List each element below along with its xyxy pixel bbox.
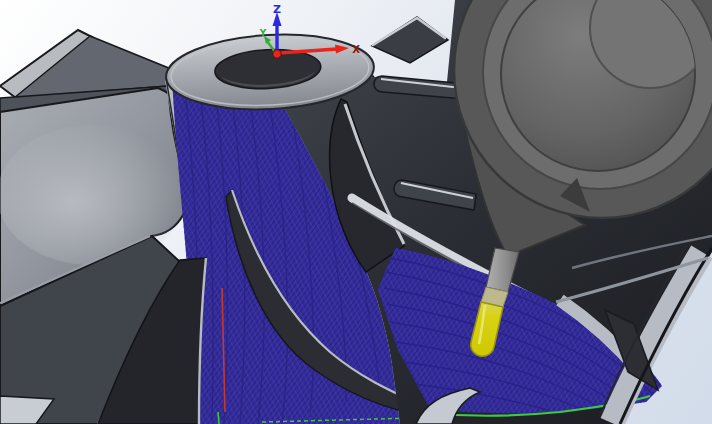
z-axis-label: Z (273, 3, 281, 16)
blade-spike (372, 17, 448, 63)
x-axis-label: X (352, 44, 360, 55)
scene-canvas: Z Y X (0, 0, 712, 424)
link-move-line (218, 412, 219, 424)
y-axis-label: Y (259, 28, 267, 38)
origin-point (273, 50, 281, 58)
cam-3d-viewport[interactable]: Z Y X (0, 0, 712, 424)
